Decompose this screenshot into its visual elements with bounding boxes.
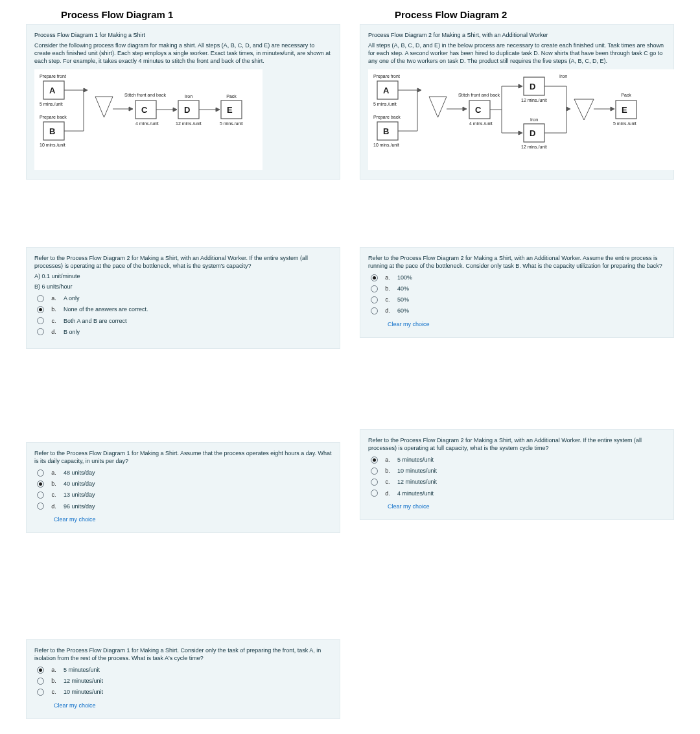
svg-marker-20 — [173, 108, 177, 112]
option-text: Both A and B are correct — [64, 317, 127, 325]
option-row[interactable]: c.13 units/day — [37, 491, 332, 499]
option-row[interactable]: d.96 units/day — [37, 503, 332, 510]
q5-options: a.5 minutes/unitb.12 minutes/unitc.10 mi… — [34, 666, 332, 696]
svg-marker-69 — [574, 99, 594, 120]
option-key: d. — [49, 328, 58, 336]
option-row[interactable]: b.None of the answers are correct. — [37, 305, 332, 313]
svg-text:12 mins./unit: 12 mins./unit — [521, 145, 547, 149]
svg-text:5 mins./unit: 5 mins./unit — [40, 102, 63, 106]
option-text: 12 minutes/unit — [397, 478, 437, 486]
svg-text:A: A — [49, 86, 56, 95]
q1-lineA: A) 0.1 unit/minute — [34, 272, 332, 280]
option-row[interactable]: a.A only — [37, 294, 332, 302]
radio-icon[interactable] — [37, 480, 44, 488]
option-text: 40 units/day — [64, 480, 95, 488]
diagram2-desc: All steps (A, B, C, D, and E) in the bel… — [368, 41, 666, 65]
option-row[interactable]: c.Both A and B are correct — [37, 317, 332, 325]
question-4: Refer to the Process Flow Diagram 2 for … — [360, 429, 674, 520]
q4-options: a.5 minutes/unitb.10 minutes/unitc.12 mi… — [368, 456, 666, 497]
diagram1-title: Process Flow Diagram 1 for Making a Shir… — [34, 31, 332, 39]
option-text: None of the answers are correct. — [64, 305, 148, 313]
radio-icon[interactable] — [371, 456, 378, 464]
option-text: 5 minutes/unit — [397, 456, 434, 464]
svg-marker-71 — [611, 107, 614, 111]
svg-text:A: A — [383, 86, 390, 95]
option-row[interactable]: b.10 minutes/unit — [371, 467, 666, 475]
radio-icon[interactable] — [371, 274, 378, 281]
option-row[interactable]: b.40 units/day — [37, 480, 332, 488]
diagram2-title: Process Flow Diagram 2 for Making a Shir… — [368, 31, 666, 39]
radio-icon[interactable] — [37, 667, 44, 674]
q1-options: a.A onlyb.None of the answers are correc… — [34, 294, 332, 336]
option-key: b. — [383, 467, 392, 475]
option-text: 40% — [397, 285, 409, 292]
radio-icon[interactable] — [371, 468, 378, 475]
svg-text:C: C — [475, 105, 482, 115]
option-row[interactable]: a.100% — [371, 274, 666, 281]
option-key: a. — [49, 666, 58, 674]
option-text: 13 units/day — [64, 491, 95, 499]
q1-lineB: B) 6 units/hour — [34, 283, 332, 290]
radio-icon[interactable] — [371, 479, 378, 486]
option-text: B only — [64, 328, 80, 336]
q4-clear[interactable]: Clear my choice — [388, 503, 666, 510]
radio-icon[interactable] — [37, 503, 44, 510]
q4-text: Refer to the Process Flow Diagram 2 for … — [368, 436, 666, 452]
svg-marker-14 — [129, 107, 133, 111]
option-row[interactable]: d.60% — [371, 307, 666, 314]
option-key: a. — [49, 294, 58, 302]
svg-text:5 mins./unit: 5 mins./unit — [220, 121, 243, 126]
card-diagram-2: Process Flow Diagram 2 for Making a Shir… — [360, 24, 674, 180]
option-row[interactable]: d.4 minutes/unit — [371, 490, 666, 497]
radio-icon[interactable] — [37, 469, 44, 477]
option-key: c. — [49, 491, 58, 499]
svg-text:10 mins./unit: 10 mins./unit — [40, 143, 65, 147]
q2-options: a.100%b.40%c.50%d.60% — [368, 274, 666, 315]
option-text: 10 minutes/unit — [397, 467, 437, 475]
q2-clear[interactable]: Clear my choice — [388, 320, 666, 328]
radio-icon[interactable] — [371, 490, 378, 497]
option-row[interactable]: c.12 minutes/unit — [371, 478, 666, 486]
option-key: a. — [49, 469, 58, 477]
radio-icon[interactable] — [37, 295, 44, 302]
option-key: c. — [49, 688, 58, 696]
q5-clear[interactable]: Clear my choice — [54, 702, 332, 709]
option-row[interactable]: b.12 minutes/unit — [37, 677, 332, 685]
option-row[interactable]: c.50% — [371, 296, 666, 303]
option-row[interactable]: c.10 minutes/unit — [37, 688, 332, 696]
svg-text:Pack: Pack — [226, 94, 237, 99]
option-row[interactable]: a.48 units/day — [37, 469, 332, 477]
option-row[interactable]: d.B only — [37, 328, 332, 336]
svg-marker-68 — [566, 107, 570, 111]
svg-marker-9 — [84, 88, 88, 92]
svg-marker-55 — [519, 131, 522, 135]
svg-marker-43 — [429, 97, 447, 117]
radio-icon[interactable] — [371, 296, 378, 303]
radio-icon[interactable] — [37, 328, 44, 335]
radio-icon[interactable] — [37, 678, 44, 685]
q5-text: Refer to the Process Flow Diagram 1 for … — [34, 646, 332, 662]
radio-icon[interactable] — [37, 689, 44, 696]
svg-text:E: E — [227, 105, 233, 115]
option-row[interactable]: b.40% — [371, 285, 666, 292]
option-text: 12 minutes/unit — [64, 677, 103, 685]
svg-text:C: C — [141, 105, 148, 115]
option-text: 48 units/day — [64, 469, 95, 477]
svg-marker-45 — [463, 107, 467, 111]
radio-icon[interactable] — [371, 307, 378, 314]
radio-icon[interactable] — [37, 306, 44, 313]
svg-text:E: E — [622, 105, 627, 115]
q1-text: Refer to the Process Flow Diagram 2 for … — [34, 254, 332, 270]
option-key: a. — [383, 456, 392, 464]
radio-icon[interactable] — [37, 317, 44, 324]
svg-text:B: B — [383, 126, 389, 136]
q3-clear[interactable]: Clear my choice — [54, 515, 332, 523]
option-key: d. — [383, 307, 392, 314]
radio-icon[interactable] — [37, 491, 44, 499]
option-row[interactable]: a.5 minutes/unit — [371, 456, 666, 464]
svg-text:12 mins./unit: 12 mins./unit — [521, 98, 547, 102]
option-text: A only — [64, 294, 80, 302]
radio-icon[interactable] — [371, 285, 378, 292]
option-text: 100% — [397, 274, 412, 281]
option-row[interactable]: a.5 minutes/unit — [37, 666, 332, 674]
